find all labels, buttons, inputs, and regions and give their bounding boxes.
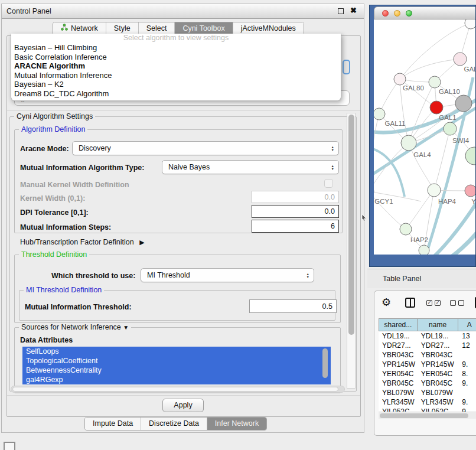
table-row[interactable]: YBR043CYBR043C	[379, 350, 476, 360]
which-threshold-select[interactable]: MI Threshold ▲▼	[141, 268, 314, 282]
table-row[interactable]: YBL079WYBL079W	[379, 388, 476, 397]
mi-steps-field[interactable]: 6	[252, 220, 339, 233]
column-header-a[interactable]: A	[458, 318, 476, 331]
table-row[interactable]: YLR345WYLR345W9.	[379, 397, 476, 407]
dropdown-item-dream8-dc-tdc-algorithm[interactable]: Dream8 DC_TDC Algorithm	[11, 89, 341, 99]
network-canvas[interactable]: GALGAL80GAL10GAL11GAL1SWI4GAL4GCY1HAP4YH…	[374, 19, 476, 255]
dropdown-item-bayesian-hill-climbing[interactable]: Bayesian – Hill Climbing	[11, 43, 341, 53]
network-node-label: GAL10	[439, 88, 460, 95]
kernel-width-field[interactable]: 0.0	[252, 191, 339, 203]
network-node-unlabeled[interactable]	[455, 95, 472, 112]
network-node-hap4[interactable]	[428, 184, 441, 197]
attribute-item-topologicalcoefficient[interactable]: TopologicalCoefficient	[22, 356, 331, 366]
table-cell: YBR045C	[379, 379, 418, 388]
table-row[interactable]: YPR145WYPR145W9.	[379, 360, 476, 369]
network-node-gal4[interactable]	[401, 135, 416, 151]
horizontal-scrollbar[interactable]	[11, 386, 345, 393]
network-node-label: GAL1	[439, 114, 456, 121]
tab-label: Style	[114, 22, 131, 35]
table-row[interactable]: YDL19...YDL19...13	[379, 331, 476, 341]
network-node-swi4[interactable]	[444, 122, 457, 135]
tab-label: Discretize Data	[149, 418, 199, 430]
tab-jactivemnodules[interactable]: jActiveMNodules	[233, 22, 304, 35]
deselect-all-checkbox-icon[interactable]	[450, 300, 456, 306]
network-node-unlabeled[interactable]	[465, 19, 476, 29]
close-icon[interactable]: ✖	[350, 6, 357, 15]
table-cell: YBR043C	[379, 350, 418, 360]
sources-title-text: Sources for Network Inference	[21, 323, 121, 331]
network-node-label: GAL	[464, 66, 476, 73]
network-node-gal80[interactable]	[394, 73, 406, 85]
tab-label: Network	[71, 22, 98, 35]
hub-definition-expander[interactable]: Hub/Transcription Factor Definition ▶	[20, 238, 145, 246]
tab-style[interactable]: Style	[106, 22, 139, 35]
manual-kernel-label: Manual Kernel Width Definition	[20, 181, 129, 189]
apply-button[interactable]: Apply	[162, 399, 204, 412]
gear-icon[interactable]: ⚙	[382, 296, 391, 309]
manual-kernel-checkbox[interactable]	[324, 179, 333, 188]
table-row[interactable]: YDR27...YDR27...12	[379, 341, 476, 350]
kernel-width-label: Kernel Width (0,1):	[20, 194, 85, 203]
network-node-label: GAL11	[385, 120, 406, 127]
control-panel-titlebar[interactable]: Control Panel ✖	[2, 4, 364, 19]
table-row[interactable]: YBR045CYBR045C9.	[379, 379, 476, 388]
network-node-gal11[interactable]	[374, 108, 385, 120]
column-header-name[interactable]: name	[418, 318, 459, 331]
tab-select[interactable]: Select	[139, 22, 175, 35]
network-node-gal10[interactable]	[429, 76, 441, 88]
attribute-item-betweennesscentrality[interactable]: BetweennessCentrality	[22, 366, 331, 375]
attributes-list-scrollbar[interactable]	[321, 347, 329, 384]
table-cell: YBL079W	[379, 388, 418, 397]
deselect-all-checkbox-icon[interactable]	[458, 300, 464, 306]
select-all-checkbox-icon[interactable]: ✓	[435, 300, 441, 306]
float-window-icon[interactable]	[338, 8, 344, 14]
column-header-shared-[interactable]: shared...	[379, 318, 418, 331]
dropdown-item-mutual-information-inference[interactable]: Mutual Information Inference	[11, 71, 341, 80]
close-traffic-light-icon[interactable]	[382, 10, 389, 17]
aracne-mode-select[interactable]: Discovery ▲▼	[72, 141, 339, 155]
table-panel: ⚙ ✓ ✓ shared...nameA YDL19...YDL19...13Y…	[374, 291, 476, 436]
network-node-unlabeled[interactable]	[465, 147, 476, 165]
select-all-checkbox-icon[interactable]: ✓	[426, 300, 432, 306]
dpi-tolerance-field[interactable]: 0.0	[252, 205, 339, 218]
attribute-item-gal4rgexp[interactable]: gal4RGexp	[22, 375, 331, 384]
table-horizontal-scrollbar[interactable]	[379, 412, 476, 419]
columns-icon[interactable]	[405, 298, 415, 308]
mi-type-select[interactable]: Naive Bayes ▲▼	[162, 160, 339, 174]
dropdown-item-basic-correlation-inference[interactable]: Basic Correlation Inference	[11, 53, 341, 62]
minimized-window-icon[interactable]	[4, 442, 15, 450]
minimize-traffic-light-icon[interactable]	[394, 10, 400, 17]
node-attribute-table: shared...nameA YDL19...YDL19...13YDR27..…	[379, 318, 476, 419]
network-node-gal[interactable]	[454, 53, 467, 66]
mi-steps-label: Mutual Information Steps:	[20, 223, 111, 231]
mi-threshold-field[interactable]: 0.5	[249, 299, 337, 313]
table-cell: 9.	[458, 379, 476, 388]
network-node-unlabeled[interactable]	[419, 245, 429, 255]
tab-cyni-toolbox[interactable]: Cyni Toolbox	[175, 22, 233, 35]
attribute-item-selfloops[interactable]: SelfLoops	[22, 347, 331, 356]
algorithm-combo-button[interactable]	[343, 60, 350, 74]
dropdown-item-bayesian-k2[interactable]: Bayesian – K2	[11, 80, 341, 89]
window-title: Control Panel	[6, 7, 51, 15]
network-node-hap2[interactable]	[400, 223, 412, 235]
network-view-window: GALGAL80GAL10GAL11GAL1SWI4GAL4GCY1HAP4YH…	[369, 5, 476, 267]
tab-infer-network[interactable]: Infer Network	[207, 418, 266, 430]
table-cell: 9.	[458, 360, 476, 369]
mi-threshold-label: Mutual Information Threshold:	[25, 303, 132, 311]
table-row[interactable]: YER054CYER054C8.	[379, 369, 476, 379]
network-node-gal1[interactable]	[430, 101, 443, 114]
tab-label: jActiveMNodules	[241, 22, 296, 35]
settings-vertical-scrollbar[interactable]	[347, 113, 356, 389]
mi-type-label: Mutual Information Algorithm Type:	[20, 164, 144, 172]
dropdown-item-aracne-algorithm[interactable]: ARACNE Algorithm	[11, 61, 341, 71]
network-node-y[interactable]	[465, 185, 476, 197]
network-window-titlebar[interactable]	[374, 6, 476, 19]
sources-group-title[interactable]: Sources for Network Inference ▼	[19, 323, 131, 331]
data-attributes-list[interactable]: SelfLoopsTopologicalCoefficientBetweenne…	[22, 347, 331, 384]
tab-network[interactable]: Network	[53, 22, 106, 35]
tab-impute-data[interactable]: Impute Data	[85, 418, 141, 430]
tab-discretize-data[interactable]: Discretize Data	[141, 418, 207, 430]
table-cell: YLR345W	[379, 397, 418, 407]
cyni-algorithm-settings-title: Cyni Algorithm Settings	[14, 112, 95, 120]
zoom-traffic-light-icon[interactable]	[406, 10, 412, 17]
